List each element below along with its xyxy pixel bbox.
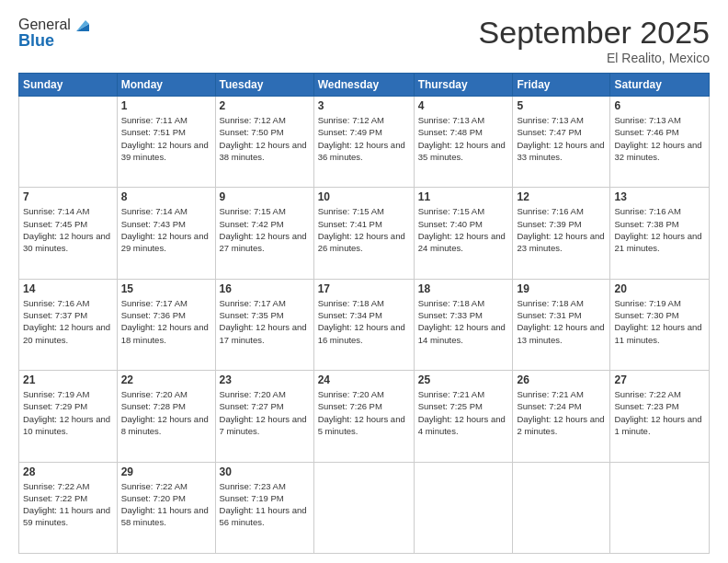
table-row: 11Sunrise: 7:15 AMSunset: 7:40 PMDayligh… <box>414 188 513 279</box>
table-row: 21Sunrise: 7:19 AMSunset: 7:29 PMDayligh… <box>19 371 118 462</box>
day-number: 6 <box>614 99 705 112</box>
logo: General Blue <box>18 15 93 51</box>
table-row <box>313 462 414 553</box>
cell-info: Sunrise: 7:15 AMSunset: 7:41 PMDaylight:… <box>318 205 410 254</box>
table-row: 29Sunrise: 7:22 AMSunset: 7:20 PMDayligh… <box>117 462 215 553</box>
cell-info: Sunrise: 7:15 AMSunset: 7:42 PMDaylight:… <box>220 205 310 254</box>
day-number: 20 <box>614 282 705 295</box>
table-row: 14Sunrise: 7:16 AMSunset: 7:37 PMDayligh… <box>19 279 118 370</box>
week-row-0: 1Sunrise: 7:11 AMSunset: 7:51 PMDaylight… <box>19 97 710 188</box>
table-row: 5Sunrise: 7:13 AMSunset: 7:47 PMDaylight… <box>513 97 610 188</box>
cell-info: Sunrise: 7:13 AMSunset: 7:46 PMDaylight:… <box>614 114 705 163</box>
col-friday: Friday <box>513 74 610 97</box>
day-number: 27 <box>614 373 705 386</box>
cell-info: Sunrise: 7:22 AMSunset: 7:20 PMDaylight:… <box>121 480 211 529</box>
table-row: 20Sunrise: 7:19 AMSunset: 7:30 PMDayligh… <box>610 279 710 370</box>
cell-info: Sunrise: 7:18 AMSunset: 7:33 PMDaylight:… <box>418 297 509 346</box>
title-block: September 2025 El Realito, Mexico <box>479 15 710 65</box>
table-row: 7Sunrise: 7:14 AMSunset: 7:45 PMDaylight… <box>19 188 118 279</box>
location: El Realito, Mexico <box>479 51 710 65</box>
day-number: 2 <box>220 99 310 112</box>
day-number: 30 <box>220 465 310 478</box>
table-row: 12Sunrise: 7:16 AMSunset: 7:39 PMDayligh… <box>513 188 610 279</box>
cell-info: Sunrise: 7:11 AMSunset: 7:51 PMDaylight:… <box>121 114 211 163</box>
table-row <box>414 462 513 553</box>
cell-info: Sunrise: 7:16 AMSunset: 7:38 PMDaylight:… <box>614 205 705 254</box>
cell-info: Sunrise: 7:19 AMSunset: 7:30 PMDaylight:… <box>614 297 705 346</box>
table-row: 19Sunrise: 7:18 AMSunset: 7:31 PMDayligh… <box>513 279 610 370</box>
table-row: 13Sunrise: 7:16 AMSunset: 7:38 PMDayligh… <box>610 188 710 279</box>
col-wednesday: Wednesday <box>313 74 414 97</box>
cell-info: Sunrise: 7:16 AMSunset: 7:39 PMDaylight:… <box>517 205 606 254</box>
header: General Blue September 2025 El Realito, … <box>18 15 710 65</box>
day-number: 1 <box>121 99 211 112</box>
day-number: 16 <box>220 282 310 295</box>
calendar-body: 1Sunrise: 7:11 AMSunset: 7:51 PMDaylight… <box>19 97 710 554</box>
table-row: 30Sunrise: 7:23 AMSunset: 7:19 PMDayligh… <box>215 462 313 553</box>
table-row <box>513 462 610 553</box>
day-number: 11 <box>418 190 509 203</box>
table-row: 23Sunrise: 7:20 AMSunset: 7:27 PMDayligh… <box>215 371 313 462</box>
cell-info: Sunrise: 7:21 AMSunset: 7:25 PMDaylight:… <box>418 388 509 437</box>
cell-info: Sunrise: 7:14 AMSunset: 7:45 PMDaylight:… <box>23 205 113 254</box>
cell-info: Sunrise: 7:17 AMSunset: 7:35 PMDaylight:… <box>220 297 310 346</box>
cell-info: Sunrise: 7:13 AMSunset: 7:48 PMDaylight:… <box>418 114 509 163</box>
day-number: 8 <box>121 190 211 203</box>
logo-icon <box>73 15 93 35</box>
table-row: 26Sunrise: 7:21 AMSunset: 7:24 PMDayligh… <box>513 371 610 462</box>
day-number: 12 <box>517 190 606 203</box>
table-row: 3Sunrise: 7:12 AMSunset: 7:49 PMDaylight… <box>313 97 414 188</box>
table-row: 28Sunrise: 7:22 AMSunset: 7:22 PMDayligh… <box>19 462 118 553</box>
day-number: 17 <box>318 282 410 295</box>
day-number: 5 <box>517 99 606 112</box>
day-number: 13 <box>614 190 705 203</box>
table-row: 1Sunrise: 7:11 AMSunset: 7:51 PMDaylight… <box>117 97 215 188</box>
day-number: 19 <box>517 282 606 295</box>
day-number: 4 <box>418 99 509 112</box>
cell-info: Sunrise: 7:20 AMSunset: 7:26 PMDaylight:… <box>318 388 410 437</box>
day-number: 7 <box>23 190 113 203</box>
day-number: 25 <box>418 373 509 386</box>
day-number: 3 <box>318 99 410 112</box>
cell-info: Sunrise: 7:18 AMSunset: 7:31 PMDaylight:… <box>517 297 606 346</box>
page: General Blue September 2025 El Realito, … <box>0 0 728 563</box>
col-thursday: Thursday <box>414 74 513 97</box>
cell-info: Sunrise: 7:13 AMSunset: 7:47 PMDaylight:… <box>517 114 606 163</box>
table-row: 25Sunrise: 7:21 AMSunset: 7:25 PMDayligh… <box>414 371 513 462</box>
cell-info: Sunrise: 7:12 AMSunset: 7:50 PMDaylight:… <box>220 114 310 163</box>
cell-info: Sunrise: 7:16 AMSunset: 7:37 PMDaylight:… <box>23 297 113 346</box>
header-row: Sunday Monday Tuesday Wednesday Thursday… <box>19 74 710 97</box>
day-number: 29 <box>121 465 211 478</box>
day-number: 22 <box>121 373 211 386</box>
cell-info: Sunrise: 7:23 AMSunset: 7:19 PMDaylight:… <box>220 480 310 529</box>
table-row: 4Sunrise: 7:13 AMSunset: 7:48 PMDaylight… <box>414 97 513 188</box>
col-monday: Monday <box>117 74 215 97</box>
day-number: 10 <box>318 190 410 203</box>
cell-info: Sunrise: 7:19 AMSunset: 7:29 PMDaylight:… <box>23 388 113 437</box>
table-row: 22Sunrise: 7:20 AMSunset: 7:28 PMDayligh… <box>117 371 215 462</box>
day-number: 28 <box>23 465 113 478</box>
cell-info: Sunrise: 7:22 AMSunset: 7:23 PMDaylight:… <box>614 388 705 437</box>
day-number: 21 <box>23 373 113 386</box>
table-row: 17Sunrise: 7:18 AMSunset: 7:34 PMDayligh… <box>313 279 414 370</box>
calendar-header: Sunday Monday Tuesday Wednesday Thursday… <box>19 74 710 97</box>
table-row: 16Sunrise: 7:17 AMSunset: 7:35 PMDayligh… <box>215 279 313 370</box>
cell-info: Sunrise: 7:20 AMSunset: 7:28 PMDaylight:… <box>121 388 211 437</box>
col-saturday: Saturday <box>610 74 710 97</box>
day-number: 14 <box>23 282 113 295</box>
cell-info: Sunrise: 7:14 AMSunset: 7:43 PMDaylight:… <box>121 205 211 254</box>
cell-info: Sunrise: 7:21 AMSunset: 7:24 PMDaylight:… <box>517 388 606 437</box>
day-number: 26 <box>517 373 606 386</box>
table-row <box>610 462 710 553</box>
day-number: 9 <box>220 190 310 203</box>
day-number: 15 <box>121 282 211 295</box>
cell-info: Sunrise: 7:15 AMSunset: 7:40 PMDaylight:… <box>418 205 509 254</box>
table-row: 6Sunrise: 7:13 AMSunset: 7:46 PMDaylight… <box>610 97 710 188</box>
cell-info: Sunrise: 7:12 AMSunset: 7:49 PMDaylight:… <box>318 114 410 163</box>
day-number: 18 <box>418 282 509 295</box>
table-row: 2Sunrise: 7:12 AMSunset: 7:50 PMDaylight… <box>215 97 313 188</box>
cell-info: Sunrise: 7:20 AMSunset: 7:27 PMDaylight:… <box>220 388 310 437</box>
week-row-4: 28Sunrise: 7:22 AMSunset: 7:22 PMDayligh… <box>19 462 710 553</box>
table-row: 24Sunrise: 7:20 AMSunset: 7:26 PMDayligh… <box>313 371 414 462</box>
table-row: 27Sunrise: 7:22 AMSunset: 7:23 PMDayligh… <box>610 371 710 462</box>
